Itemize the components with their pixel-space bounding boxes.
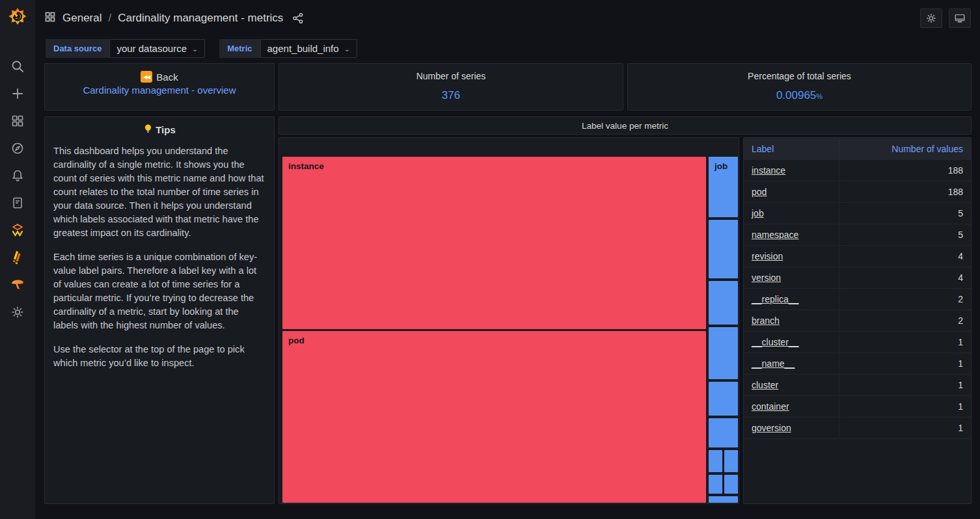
documents-icon[interactable] [9,194,26,211]
treemap-block[interactable] [709,418,738,447]
pct-number: 0.00965 [776,89,816,101]
treemap-block[interactable] [709,281,738,325]
label-value-per-metric-header: Label value per metric [279,116,972,135]
label-link[interactable]: branch [752,315,780,326]
treemap-block[interactable] [709,475,722,494]
explore-compass-icon[interactable] [9,140,26,157]
tips-paragraph: Each time series is a unique combination… [53,250,265,332]
label-cell: container [744,396,839,418]
tips-paragraph: Use the selector at the top of the page … [53,343,265,370]
datasource-value: your datasource [116,43,187,54]
table-row: __name__1 [744,353,971,375]
rewind-icon: ◀◀ [141,71,152,83]
table-row: job5 [744,203,971,224]
treemap-block[interactable] [709,382,738,416]
value-cell: 188 [839,160,971,181]
treemap-block[interactable] [709,496,738,503]
value-cell: 1 [839,396,971,418]
treemap-block[interactable] [709,450,722,472]
treemap-block[interactable] [709,220,738,278]
back-title-text: Back [156,72,178,83]
table-row: container1 [744,396,971,418]
label-cell: cluster [744,375,839,396]
tempo-icon[interactable] [9,276,26,293]
label-link[interactable]: version [752,273,781,283]
label-values-table: Label Number of values instance188pod188… [744,138,971,439]
table-row: pod188 [744,181,971,203]
series-pct-value: 0.00965% [628,89,971,102]
metric-select[interactable]: agent_build_info ⌄ [260,39,357,58]
alerting-bell-icon[interactable] [9,167,26,184]
label-link[interactable]: pod [752,187,767,197]
back-panel: ◀◀ Back Cardinality management - overvie… [44,63,275,111]
panel-title: Number of series [279,71,623,81]
column-header-label[interactable]: Label [744,138,839,160]
pct-suffix: % [816,92,823,100]
label-cell: revision [744,246,839,267]
tips-body: This dashboard helps you understand the … [53,144,265,370]
value-cell: 2 [839,289,971,310]
grafana-logo[interactable] [5,5,31,31]
label-link[interactable]: namespace [752,230,798,240]
settings-gear-icon[interactable] [9,304,26,321]
table-row: __cluster__1 [744,332,971,353]
label-link[interactable]: instance [752,165,785,176]
table-row: cluster1 [744,375,971,396]
template-variables: Data source your datasource ⌄ Metric age… [46,39,357,58]
label-link[interactable]: __cluster__ [752,337,798,347]
treemap-block[interactable] [724,475,738,494]
tips-panel: Tips This dashboard helps you understand… [44,116,275,504]
chevron-down-icon: ⌄ [344,46,350,53]
lightbulb-icon [143,124,153,136]
dashboards-icon[interactable] [9,113,26,129]
page-title: Cardinality management - metrics [118,12,283,25]
value-cell: 5 [839,224,971,246]
label-cell: __cluster__ [744,332,839,353]
mimir-icon[interactable] [9,222,26,239]
value-cell: 4 [839,246,971,267]
label-values-table-panel: Label Number of values instance188pod188… [743,137,972,504]
kiosk-monitor-icon[interactable] [949,8,971,28]
dashboard-settings-gear-icon[interactable] [920,8,942,28]
label-link[interactable]: goversion [752,423,791,433]
grafana-dashboard: General / Cardinality management - metri… [0,0,980,519]
search-icon[interactable] [9,58,26,75]
value-cell: 2 [839,310,971,332]
loki-icon[interactable] [9,249,26,266]
label-cell: job [744,203,839,224]
treemap-block-instance[interactable]: instance [282,157,706,329]
top-navigation-bar: General / Cardinality management - metri… [35,0,980,36]
column-header-number-of-values[interactable]: Number of values [839,138,971,160]
breadcrumb-separator: / [108,12,111,25]
treemap-panel: instancepodjob [279,137,739,504]
share-icon[interactable] [292,12,304,24]
treemap: instancepodjob [279,138,739,503]
label-cell: goversion [744,418,839,439]
sidebar [0,0,35,519]
treemap-block-pod[interactable]: pod [282,331,706,503]
label-link[interactable]: container [752,401,789,412]
value-cell: 1 [839,418,971,439]
datasource-variable-label: Data source [46,39,109,58]
treemap-block-job[interactable]: job [709,157,738,217]
breadcrumb-section[interactable]: General [62,12,102,25]
add-icon[interactable] [9,85,26,102]
label-link[interactable]: job [752,208,764,219]
value-cell: 188 [839,181,971,203]
back-overview-link[interactable]: Cardinality management - overview [45,85,274,96]
label-cell: version [744,267,839,289]
apps-grid-icon [44,11,56,26]
table-row: version4 [744,267,971,289]
table-row: branch2 [744,310,971,332]
metric-value: agent_build_info [267,43,339,54]
label-link[interactable]: revision [752,251,783,261]
dashboard-actions [920,8,971,28]
label-link[interactable]: __name__ [752,358,795,369]
treemap-block[interactable] [709,327,738,379]
value-cell: 5 [839,203,971,224]
treemap-block[interactable] [724,450,738,472]
datasource-select[interactable]: your datasource ⌄ [109,39,205,58]
breadcrumb: General / Cardinality management - metri… [44,11,304,26]
label-link[interactable]: cluster [752,380,778,390]
label-link[interactable]: __replica__ [752,294,798,304]
